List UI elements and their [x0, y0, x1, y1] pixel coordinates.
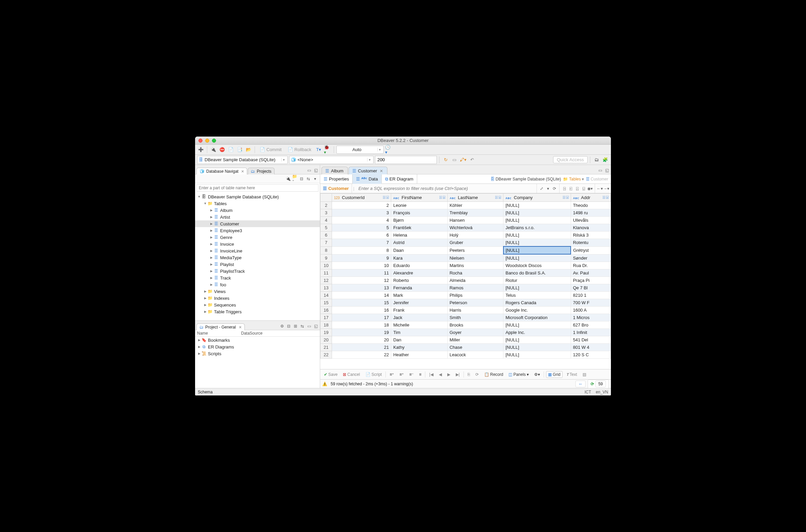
tree-node-playlisttrack[interactable]: ▶☰PlaylistTrack: [195, 268, 320, 274]
edit-row-dup-icon[interactable]: ≡: [417, 372, 423, 378]
project-item-scripts[interactable]: ▶📜Scripts: [195, 350, 320, 357]
data-grid[interactable]: 123 CustomerId⍐ ⍗ᴀʙᴄ FirstName⍐ ⍗ᴀʙᴄ Las…: [320, 193, 611, 369]
undo-icon[interactable]: ↶: [468, 156, 476, 164]
column-header-lastname[interactable]: ᴀʙᴄ LastName⍐ ⍗: [447, 194, 503, 202]
tree-node-track[interactable]: ▶☰Track: [195, 274, 320, 281]
auto-refresh-icon[interactable]: ⟳: [474, 372, 481, 378]
table-row[interactable]: 33FrançoisTremblay[NULL]1498 ru: [320, 209, 611, 217]
close-icon[interactable]: ✕: [241, 169, 244, 174]
nav-next-icon[interactable]: ▶: [446, 372, 452, 378]
expand-filter-icon[interactable]: ⤢: [539, 186, 544, 191]
tree-node-invoiceline[interactable]: ▶☰InvoiceLine: [195, 247, 320, 254]
menu-icon[interactable]: ▾: [313, 176, 318, 182]
expand-icon[interactable]: ⊞: [293, 323, 298, 329]
colorize-icon[interactable]: ◉▾: [587, 186, 593, 191]
filter-history-icon[interactable]: ▾: [545, 186, 551, 191]
edit-row-copy-icon[interactable]: ≡⁺: [398, 372, 405, 378]
column-header-company[interactable]: ᴀʙᴄ Company⍐ ⍗: [503, 194, 571, 202]
table-row[interactable]: 88DaanPeeters[NULL]Grétryst: [320, 246, 611, 254]
table-row[interactable]: 1212RobertoAlmeidaRioturPraça Pi: [320, 277, 611, 284]
status-width-icon[interactable]: ↔: [576, 381, 585, 387]
tree-node-artist[interactable]: ▶☰Artist: [195, 214, 320, 221]
table-row[interactable]: 1010EduardoMartinsWoodstock DiscosRua Dr…: [320, 262, 611, 269]
nav-back-icon[interactable]: ←▾: [597, 186, 602, 191]
table-row[interactable]: 1414MarkPhilipsTelus8210 1: [320, 292, 611, 299]
tree-node-table-triggers[interactable]: ▶📁Table Triggers: [195, 308, 320, 315]
cancel-button[interactable]: ⊠Cancel: [341, 372, 361, 378]
tab-project-general[interactable]: 🗂Project - General✕: [196, 323, 245, 330]
tx-mode-icon[interactable]: T▾: [315, 146, 322, 153]
sql-filter-input[interactable]: [356, 186, 537, 191]
table-row[interactable]: 66HelenaHolý[NULL]Rilská 3: [320, 231, 611, 239]
column-header-firstname[interactable]: ᴀʙᴄ FirstName⍐ ⍗: [391, 194, 448, 202]
project-item-bookmarks[interactable]: ▶🔖Bookmarks: [195, 337, 320, 343]
nav-last-icon[interactable]: ▶|: [454, 372, 462, 378]
table-row[interactable]: 1919TimGoyerApple Inc.1 Infinit: [320, 329, 611, 336]
connect-icon[interactable]: 🔌: [210, 146, 217, 153]
presentation-icon[interactable]: ▤: [581, 372, 588, 378]
tree-node-views[interactable]: ▶📁Views: [195, 288, 320, 295]
nav-first-icon[interactable]: |◀: [427, 372, 435, 378]
window-minimize-button[interactable]: [205, 138, 209, 142]
table-row[interactable]: 99KaraNielsen[NULL]Sønder: [320, 254, 611, 262]
filter-settings-icon[interactable]: ⍓: [575, 186, 580, 191]
table-row[interactable]: 1818MichelleBrooks[NULL]627 Bro: [320, 321, 611, 329]
isolation-combo[interactable]: Auto▾: [336, 146, 384, 154]
save-button[interactable]: ✔Save: [322, 372, 339, 378]
panels-button[interactable]: ◫Panels ▾: [507, 372, 530, 378]
tab-projects[interactable]: 🗂Projects: [248, 168, 274, 174]
fetch-size-icon[interactable]: ⎘: [466, 372, 472, 378]
tree-node-tables[interactable]: ▼📁Tables: [195, 200, 320, 207]
edit-row-add-icon[interactable]: ≡⁺: [388, 372, 396, 378]
subtab-er-diagram[interactable]: ⧉ER Diagram: [382, 174, 417, 184]
table-row[interactable]: 2020DanMiller[NULL]541 Del: [320, 336, 611, 344]
minimize-view-icon[interactable]: ▭: [306, 168, 312, 173]
record-mode-button[interactable]: 📋Record: [483, 372, 505, 378]
navigator-tree[interactable]: ▼🗄DBeaver Sample Database (SQLite)▼📁Tabl…: [195, 193, 320, 320]
edit-row-delete-icon[interactable]: ≡⁻: [407, 372, 415, 378]
table-row[interactable]: 22LeonieKöhler[NULL]Theodo: [320, 202, 611, 209]
filter-remove-icon[interactable]: ⍇: [568, 186, 574, 191]
nav-fwd-icon[interactable]: →▾: [603, 186, 609, 191]
add-connection-icon[interactable]: 🔌: [285, 176, 291, 182]
filter-add-icon[interactable]: ⍈: [562, 186, 567, 191]
gear-icon[interactable]: ⚙: [279, 323, 285, 329]
subtab-properties[interactable]: ☰Properties: [320, 174, 353, 184]
table-row[interactable]: 1313FernandaRamos[NULL]Qe 7 Bl: [320, 284, 611, 292]
row-limit-input[interactable]: [375, 156, 437, 164]
subtab-data[interactable]: ☰ᴬᴮᶜData: [353, 174, 381, 184]
editor-tab-album[interactable]: ☰Album: [321, 167, 348, 174]
tree-node-employee3[interactable]: ▶☰Employee3: [195, 227, 320, 234]
tree-node-indexes[interactable]: ▶📁Indexes: [195, 295, 320, 302]
column-header-addr[interactable]: ᴀʙᴄ Addr⍐ ⍗: [571, 194, 611, 202]
maximize-editor-icon[interactable]: ◱: [604, 168, 610, 173]
sql-editor-icon[interactable]: 📄: [227, 146, 235, 153]
table-row[interactable]: 1616FrankHarrisGoogle Inc.1600 A: [320, 307, 611, 314]
project-tree[interactable]: ▶🔖Bookmarks▶⧉ER Diagrams▶📜Scripts: [195, 337, 320, 388]
debug-icon[interactable]: 🐞▾: [324, 146, 331, 153]
text-mode-button[interactable]: 𝙏Text: [565, 372, 579, 378]
open-sql-icon[interactable]: 📂: [245, 146, 252, 153]
new-folder-icon[interactable]: 📁⁺: [292, 176, 298, 182]
project-item-er-diagrams[interactable]: ▶⧉ER Diagrams: [195, 343, 320, 350]
status-row-count[interactable]: ⟳59: [587, 380, 609, 388]
settings-icon[interactable]: ⚙▾: [532, 372, 542, 378]
quick-access-button[interactable]: Quick Access: [553, 156, 587, 163]
navigator-filter-input[interactable]: [196, 184, 318, 192]
rollback-button[interactable]: 📄Rollback: [285, 146, 314, 153]
datasource-combo[interactable]: 🗄DBeaver Sample Database (SQLite)▾: [197, 156, 288, 164]
script-button[interactable]: 📄Script: [364, 372, 384, 378]
perspective-db-icon[interactable]: 🗂: [593, 156, 600, 164]
window-zoom-button[interactable]: [212, 138, 216, 142]
disconnect-icon[interactable]: ⛔: [219, 146, 226, 153]
table-row[interactable]: 1111AlexandreRochaBanco do Brasil S.A.Av…: [320, 269, 611, 277]
nav-prev-icon[interactable]: ◀: [437, 372, 444, 378]
maximize-view-icon[interactable]: ◱: [313, 168, 318, 173]
table-row[interactable]: 2121KathyChase[NULL]801 W 4: [320, 344, 611, 351]
link-editor-icon[interactable]: ⇆: [306, 176, 311, 182]
editor-tab-customer[interactable]: ☰Customer✕: [349, 167, 388, 174]
table-row[interactable]: 77AstridGruber[NULL]Rotentu: [320, 239, 611, 247]
recent-sql-icon[interactable]: 📑: [236, 146, 243, 153]
table-row[interactable]: 1515JenniferPetersonRogers Canada700 W F: [320, 299, 611, 307]
commit-button[interactable]: 📄Commit: [257, 146, 284, 153]
